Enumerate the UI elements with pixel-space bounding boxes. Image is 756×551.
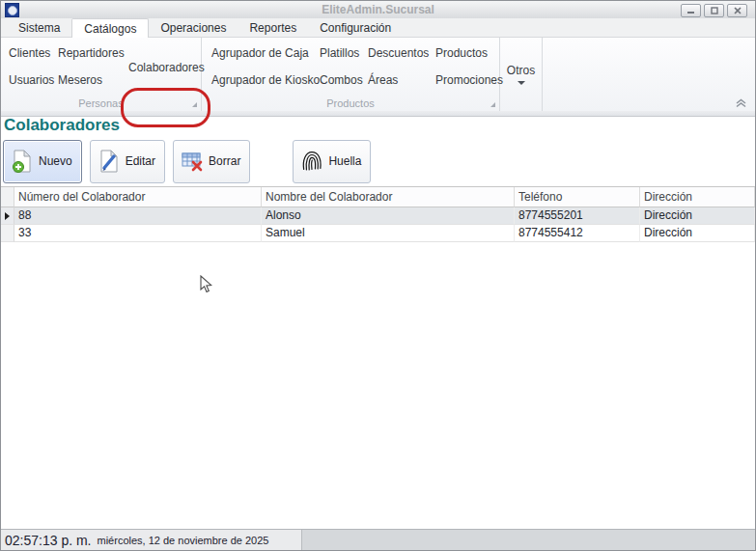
huella-button-label: Huella xyxy=(328,154,361,168)
delete-table-icon xyxy=(180,149,205,174)
ribbon: Clientes Repartidores Colaboradores Usua… xyxy=(1,38,755,111)
selected-row-marker-icon xyxy=(5,212,10,220)
tab-sistema[interactable]: Sistema xyxy=(7,18,71,37)
status-datetime-panel: 02:57:13 p. m. miércoles, 12 de noviembr… xyxy=(1,530,302,550)
cell-direccion[interactable]: Dirección xyxy=(640,207,755,225)
ribbon-filler xyxy=(543,38,755,111)
ribbon-group-otros[interactable]: Otros xyxy=(500,38,543,111)
edit-document-icon xyxy=(97,149,122,174)
borrar-button-label: Borrar xyxy=(209,154,240,168)
mouse-cursor xyxy=(200,275,212,293)
ribbon-item-colaboradores[interactable]: Colaboradores xyxy=(128,61,205,74)
dialog-launcher-icon[interactable] xyxy=(192,102,197,107)
ribbon-tab-bar: Sistema Catálogos Operaciones Reportes C… xyxy=(1,18,755,38)
table-row[interactable]: 88 Alonso 8774555201 Dirección xyxy=(1,207,755,225)
chevron-down-icon xyxy=(518,81,525,85)
tab-reportes[interactable]: Reportes xyxy=(238,18,308,37)
window-controls xyxy=(681,4,747,17)
row-indicator-cell xyxy=(1,225,14,242)
ribbon-item-platillos[interactable]: Platillos xyxy=(320,46,359,60)
ribbon-item-agrupador-caja[interactable]: Agrupador de Caja xyxy=(211,46,309,60)
status-time: 02:57:13 p. m. xyxy=(5,533,92,548)
column-header-direccion[interactable]: Dirección xyxy=(640,187,755,207)
cell-direccion[interactable]: Dirección xyxy=(640,225,755,242)
new-document-icon xyxy=(10,149,35,174)
tab-catalogos[interactable]: Catálogos xyxy=(71,18,149,38)
ribbon-item-repartidores[interactable]: Repartidores xyxy=(58,46,125,60)
ribbon-item-combos[interactable]: Combos xyxy=(320,73,363,87)
ribbon-item-promociones[interactable]: Promociones xyxy=(435,73,503,87)
cell-nombre[interactable]: Alonso xyxy=(262,207,515,225)
minimize-button[interactable] xyxy=(681,4,701,17)
ribbon-item-descuentos[interactable]: Descuentos xyxy=(368,46,429,60)
title-bar: EliteAdmin.Sucursal xyxy=(1,1,755,19)
tab-operaciones[interactable]: Operaciones xyxy=(149,18,238,37)
table-row[interactable]: 33 Samuel 8774555412 Dirección xyxy=(1,225,755,242)
maximize-icon xyxy=(711,7,718,14)
ribbon-item-agrupador-kiosko[interactable]: Agrupador de Kiosko xyxy=(211,73,320,87)
huella-button[interactable]: Huella xyxy=(293,140,371,183)
status-date: miércoles, 12 de noviembre de 2025 xyxy=(98,535,269,546)
row-indicator-cell xyxy=(1,207,14,225)
window-title: EliteAdmin.Sucursal xyxy=(1,3,755,16)
minimize-icon xyxy=(686,8,695,14)
fingerprint-icon xyxy=(299,149,324,174)
column-header-numero[interactable]: Número del Colaborador xyxy=(14,187,262,207)
cell-telefono[interactable]: 8774555201 xyxy=(515,207,640,225)
ribbon-item-otros[interactable]: Otros xyxy=(507,64,535,77)
dialog-launcher-icon[interactable] xyxy=(490,102,495,107)
ribbon-item-clientes[interactable]: Clientes xyxy=(9,46,50,60)
close-button[interactable] xyxy=(727,4,747,17)
borrar-button[interactable]: Borrar xyxy=(173,140,250,183)
row-indicator-header xyxy=(1,187,14,207)
editar-button-label: Editar xyxy=(126,154,155,168)
ribbon-group-productos: Agrupador de Caja Agrupador de Kiosko Pl… xyxy=(202,38,500,111)
ribbon-item-usuarios[interactable]: Usuarios xyxy=(9,73,54,87)
page-title: Colaboradores xyxy=(4,116,120,135)
close-icon xyxy=(734,7,742,14)
cell-numero[interactable]: 33 xyxy=(14,225,262,242)
maximize-button[interactable] xyxy=(704,4,724,17)
ribbon-item-areas[interactable]: Áreas xyxy=(368,73,398,87)
ribbon-group-personas: Clientes Repartidores Colaboradores Usua… xyxy=(1,38,202,111)
nuevo-button-label: Nuevo xyxy=(39,154,72,168)
status-bar: 02:57:13 p. m. miércoles, 12 de noviembr… xyxy=(1,529,755,550)
editar-button[interactable]: Editar xyxy=(90,140,165,183)
cell-numero[interactable]: 88 xyxy=(14,207,262,225)
grid-header-row: Número del Colaborador Nombre del Colabo… xyxy=(1,187,755,207)
cell-telefono[interactable]: 8774555412 xyxy=(515,225,640,242)
nuevo-button[interactable]: Nuevo xyxy=(3,140,82,183)
column-header-nombre[interactable]: Nombre del Colaborador xyxy=(262,187,515,207)
ribbon-item-meseros[interactable]: Meseros xyxy=(58,73,102,87)
toolbar: Nuevo Editar Borrar xyxy=(3,139,378,183)
colaboradores-grid: Número del Colaborador Nombre del Colabo… xyxy=(1,186,755,242)
app-window: EliteAdmin.Sucursal Sistema Catálogos Op… xyxy=(0,0,756,551)
collapse-ribbon-icon[interactable] xyxy=(735,98,747,108)
cell-nombre[interactable]: Samuel xyxy=(262,225,515,242)
ribbon-item-productos[interactable]: Productos xyxy=(435,46,488,60)
group-label-productos: Productos xyxy=(202,97,499,109)
tab-configuracion[interactable]: Configuración xyxy=(308,18,403,37)
group-label-personas: Personas xyxy=(1,97,201,109)
column-header-telefono[interactable]: Teléfono xyxy=(515,187,640,207)
